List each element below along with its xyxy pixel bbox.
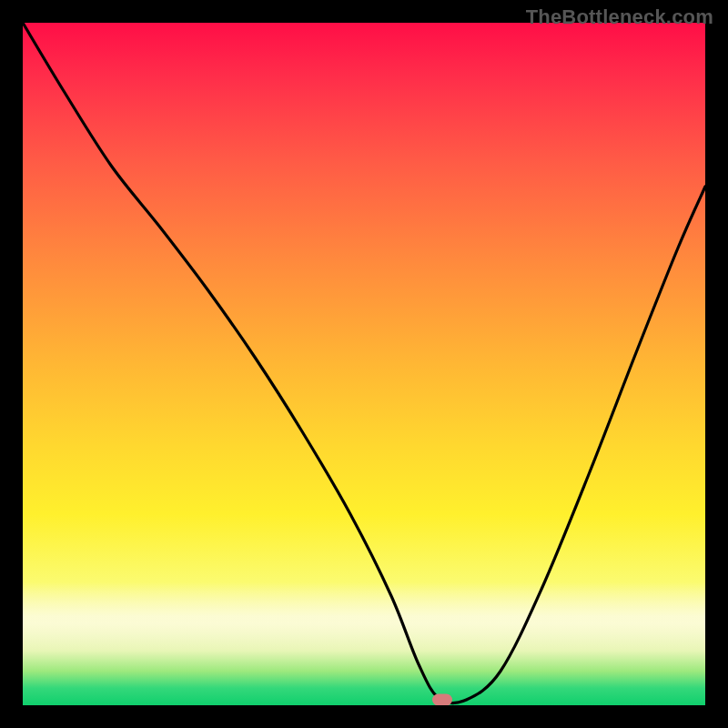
plot-area (23, 23, 705, 705)
chart-frame: TheBottleneck.com (0, 0, 728, 728)
min-marker (432, 694, 452, 706)
bottleneck-curve (23, 23, 705, 705)
watermark-text: TheBottleneck.com (526, 5, 713, 29)
